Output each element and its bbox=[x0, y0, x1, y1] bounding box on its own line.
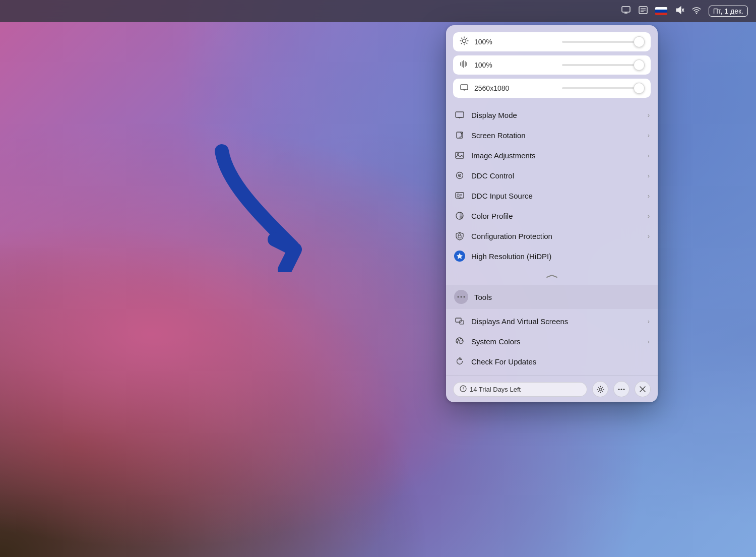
monitor-icon bbox=[621, 5, 631, 18]
svg-point-52 bbox=[460, 338, 461, 339]
tools-dots-icon bbox=[454, 290, 468, 304]
svg-point-51 bbox=[458, 339, 459, 340]
brightness-track[interactable] bbox=[562, 41, 645, 43]
check-updates-label: Check For Updates bbox=[471, 357, 650, 366]
svg-marker-7 bbox=[676, 7, 681, 14]
color-profile-label: Color Profile bbox=[471, 212, 642, 220]
menubar-date: Пт, 1 дек. bbox=[709, 6, 748, 17]
svg-point-10 bbox=[696, 13, 697, 14]
trial-badge[interactable]: 14 Trial Days Left bbox=[453, 382, 587, 397]
svg-point-56 bbox=[463, 389, 464, 390]
collapse-indicator[interactable] bbox=[446, 268, 658, 285]
svg-point-46 bbox=[458, 296, 459, 298]
screen-rotation-label: Screen Rotation bbox=[471, 131, 642, 140]
config-protection-icon bbox=[454, 230, 465, 241]
resolution-value: 2560x1080 bbox=[474, 84, 557, 92]
svg-point-53 bbox=[462, 340, 463, 341]
ddc-input-label: DDC Input Source bbox=[471, 192, 642, 200]
hires-icon bbox=[454, 251, 465, 262]
resolution-icon bbox=[459, 83, 469, 94]
ddc-control-chevron: › bbox=[648, 172, 650, 179]
svg-rect-37 bbox=[456, 193, 464, 198]
list-icon bbox=[638, 5, 648, 18]
svg-rect-32 bbox=[456, 152, 464, 158]
system-colors-icon bbox=[454, 336, 465, 347]
menu-item-displays-virtual[interactable]: Displays And Virtual Screens › bbox=[446, 311, 658, 331]
menubar-icons bbox=[621, 5, 702, 18]
mute-icon bbox=[674, 5, 684, 18]
menu-item-screen-rotation[interactable]: Screen Rotation › bbox=[446, 125, 658, 145]
resolution-track[interactable] bbox=[562, 87, 645, 89]
ddc-control-icon bbox=[454, 170, 465, 181]
svg-rect-0 bbox=[622, 7, 630, 12]
sliders-section: 100% 100% bbox=[446, 32, 658, 103]
displays-virtual-label: Displays And Virtual Screens bbox=[471, 317, 642, 326]
bottom-menu-section: Displays And Virtual Screens › System Co… bbox=[446, 309, 658, 374]
display-mode-icon bbox=[454, 109, 465, 120]
volume-thumb[interactable] bbox=[634, 59, 645, 71]
resolution-thumb[interactable] bbox=[634, 83, 645, 94]
svg-point-11 bbox=[463, 39, 466, 43]
settings-button[interactable] bbox=[592, 381, 608, 397]
close-button[interactable] bbox=[635, 381, 651, 397]
svg-rect-45 bbox=[458, 235, 461, 238]
color-profile-icon bbox=[454, 210, 465, 221]
svg-rect-28 bbox=[456, 112, 464, 117]
displays-virtual-chevron: › bbox=[648, 318, 650, 325]
volume-value: 100% bbox=[474, 61, 557, 69]
resolution-slider-row[interactable]: 2560x1080 bbox=[453, 79, 651, 98]
menu-item-color-profile[interactable]: Color Profile › bbox=[446, 206, 658, 226]
svg-line-19 bbox=[461, 43, 462, 43]
brightness-slider-row[interactable]: 100% bbox=[453, 32, 651, 51]
svg-point-36 bbox=[459, 175, 460, 176]
brightness-thumb[interactable] bbox=[634, 36, 645, 47]
svg-line-17 bbox=[466, 43, 467, 43]
config-protection-label: Configuration Protection bbox=[471, 232, 642, 240]
brightness-value: 100% bbox=[474, 38, 557, 46]
image-adjustments-icon bbox=[454, 150, 465, 161]
menu-item-display-mode[interactable]: Display Mode › bbox=[446, 105, 658, 125]
image-adjustments-chevron: › bbox=[648, 152, 650, 159]
volume-track[interactable] bbox=[562, 64, 645, 66]
tools-section[interactable]: Tools bbox=[446, 285, 658, 309]
menu-item-ddc-input[interactable]: DDC Input Source › bbox=[446, 185, 658, 206]
volume-slider-row[interactable]: 100% bbox=[453, 55, 651, 75]
svg-line-16 bbox=[461, 38, 462, 38]
tools-label: Tools bbox=[474, 293, 492, 301]
ddc-input-chevron: › bbox=[648, 192, 650, 200]
arrow-annotation bbox=[192, 141, 333, 274]
wifi-icon bbox=[691, 5, 702, 18]
more-button[interactable] bbox=[613, 381, 629, 397]
popup-footer: 14 Trial Days Left bbox=[446, 376, 658, 402]
svg-point-58 bbox=[618, 389, 620, 390]
image-adjustments-label: Image Adjustments bbox=[471, 151, 642, 160]
menu-item-image-adjustments[interactable]: Image Adjustments › bbox=[446, 145, 658, 165]
svg-point-33 bbox=[458, 154, 459, 155]
display-mode-chevron: › bbox=[648, 111, 650, 119]
display-mode-label: Display Mode bbox=[471, 111, 642, 119]
color-profile-chevron: › bbox=[648, 212, 650, 220]
menu-item-ddc-control[interactable]: DDC Control › bbox=[446, 165, 658, 185]
svg-point-60 bbox=[623, 389, 625, 390]
screen-rotation-icon bbox=[454, 130, 465, 141]
svg-point-57 bbox=[599, 388, 602, 391]
svg-point-47 bbox=[461, 296, 462, 298]
displays-virtual-icon bbox=[454, 316, 465, 327]
popup-panel: 100% 100% bbox=[446, 25, 658, 402]
system-colors-chevron: › bbox=[648, 338, 650, 345]
menu-item-config-protection[interactable]: Configuration Protection › bbox=[446, 226, 658, 246]
svg-line-18 bbox=[466, 38, 467, 38]
volume-icon bbox=[459, 59, 469, 71]
tools-row: Tools bbox=[454, 290, 650, 304]
system-colors-label: System Colors bbox=[471, 337, 642, 346]
ddc-input-icon bbox=[454, 190, 465, 201]
hires-label: High Resolution (HiDPI) bbox=[471, 252, 650, 261]
trial-text: 14 Trial Days Left bbox=[470, 386, 521, 393]
menu-item-hires[interactable]: High Resolution (HiDPI) bbox=[446, 246, 658, 266]
svg-rect-40 bbox=[457, 194, 459, 197]
svg-rect-25 bbox=[461, 85, 468, 90]
menu-item-system-colors[interactable]: System Colors › bbox=[446, 331, 658, 351]
menu-item-check-updates[interactable]: Check For Updates bbox=[446, 351, 658, 372]
ddc-control-label: DDC Control bbox=[471, 171, 642, 180]
screen-rotation-chevron: › bbox=[648, 132, 650, 139]
